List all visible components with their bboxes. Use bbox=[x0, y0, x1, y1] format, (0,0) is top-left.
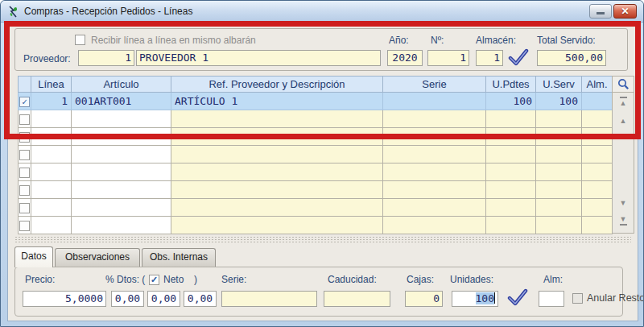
dtos-label: % Dtos: ( bbox=[105, 274, 145, 285]
cajas-label: Cajas: bbox=[407, 274, 434, 285]
tab-datos[interactable]: Datos bbox=[14, 246, 53, 267]
table-body: 1 001ART001 ARTÍCULO 1 100 100 bbox=[19, 93, 613, 234]
col-header-updtes: U.Pdtes bbox=[486, 77, 536, 93]
receive-line-label: Recibir línea a línea en mismo albarán bbox=[91, 35, 256, 46]
dtos-field-1[interactable]: 0,00 bbox=[111, 291, 144, 307]
window: Compras - Recepción Pedidos - Líneas ✕ R… bbox=[0, 0, 644, 327]
close-button[interactable]: ✕ bbox=[613, 4, 637, 19]
table-header-row: Línea Artículo Ref. Proveedor y Descripc… bbox=[19, 77, 613, 93]
col-header-check bbox=[19, 77, 31, 93]
unidades-label: Unidades: bbox=[450, 274, 493, 285]
unidades-field[interactable]: 100 bbox=[452, 291, 498, 307]
receive-line-checkbox[interactable] bbox=[75, 35, 85, 45]
neto-label: Neto bbox=[163, 274, 184, 285]
scroll-bottom-button[interactable]: ▼ bbox=[613, 215, 634, 226]
minimize-icon bbox=[597, 12, 605, 14]
ano-field[interactable]: 2020 bbox=[387, 50, 423, 66]
dtos-label-close: ) bbox=[194, 274, 197, 285]
precio-label: Precio: bbox=[25, 274, 55, 285]
minimize-button[interactable] bbox=[589, 4, 612, 19]
details-panel: Precio: % Dtos: ( Neto ) Serie: Caducida… bbox=[14, 267, 623, 317]
table-row-empty[interactable] bbox=[19, 164, 613, 181]
table-row-empty[interactable] bbox=[19, 199, 613, 217]
almacen-field[interactable]: 1 bbox=[476, 50, 503, 66]
search-button[interactable] bbox=[613, 77, 634, 93]
confirm-check-icon[interactable] bbox=[507, 48, 529, 67]
cell-descripcion[interactable]: ARTÍCULO 1 bbox=[171, 93, 383, 110]
table-row-empty[interactable] bbox=[19, 181, 613, 199]
ano-label: Año: bbox=[389, 35, 409, 46]
scroll-top-icon bbox=[620, 97, 627, 98]
anular-resto-checkbox[interactable] bbox=[572, 293, 583, 304]
table-row-selected[interactable]: 1 001ART001 ARTÍCULO 1 100 100 bbox=[19, 93, 613, 110]
table-row-empty[interactable] bbox=[19, 110, 613, 128]
scroll-bottom-icon: ▼ bbox=[613, 215, 634, 223]
window-title: Compras - Recepción Pedidos - Líneas bbox=[24, 6, 192, 17]
search-icon bbox=[617, 78, 630, 90]
col-header-articulo: Artículo bbox=[72, 77, 171, 93]
col-header-alm: Alm. bbox=[582, 77, 613, 93]
text-cursor bbox=[494, 292, 495, 304]
dtos-field-3[interactable]: 0,00 bbox=[184, 291, 217, 307]
scroll-down-button[interactable]: ▼ bbox=[613, 199, 634, 207]
app-icon bbox=[6, 5, 20, 19]
cell-updtes[interactable]: 100 bbox=[486, 93, 536, 110]
proveedor-code-field[interactable]: 1 bbox=[78, 50, 134, 66]
row-checkbox[interactable] bbox=[19, 132, 30, 143]
lines-table: Línea Artículo Ref. Proveedor y Descripc… bbox=[18, 76, 613, 234]
numero-field[interactable]: 1 bbox=[427, 50, 469, 66]
scroll-up-icon: ▲ bbox=[613, 117, 634, 125]
numero-label: Nº: bbox=[431, 35, 444, 46]
alm-label: Alm: bbox=[543, 274, 563, 285]
tab-obs-internas[interactable]: Obs. Internas bbox=[142, 248, 216, 267]
dtos-field-2[interactable]: 0,00 bbox=[147, 291, 180, 307]
caducidad-label: Caducidad: bbox=[328, 274, 377, 285]
serie-field[interactable] bbox=[221, 291, 317, 307]
col-header-linea: Línea bbox=[31, 77, 72, 93]
row-checkbox[interactable] bbox=[19, 168, 30, 178]
scroll-down-icon: ▼ bbox=[613, 199, 634, 207]
proveedor-name-field[interactable]: PROVEEDOR 1 bbox=[136, 50, 381, 66]
neto-checkbox[interactable] bbox=[149, 275, 159, 285]
col-header-serie: Serie bbox=[383, 77, 486, 93]
col-header-descripcion: Ref. Proveedor y Descripción bbox=[171, 77, 383, 93]
cell-linea[interactable]: 1 bbox=[31, 93, 72, 110]
row-checkbox[interactable] bbox=[19, 221, 30, 231]
serie-label: Serie: bbox=[221, 274, 246, 285]
table-row-empty[interactable] bbox=[19, 128, 613, 146]
total-servido-field[interactable]: 500,00 bbox=[537, 50, 606, 66]
title-bar: Compras - Recepción Pedidos - Líneas ✕ bbox=[1, 1, 643, 23]
precio-field[interactable]: 5,0000 bbox=[23, 291, 106, 307]
cell-serie[interactable] bbox=[383, 93, 486, 110]
row-checkbox[interactable] bbox=[19, 150, 30, 160]
row-checkbox[interactable] bbox=[19, 114, 30, 125]
anular-resto-label: Anular Resto bbox=[587, 292, 644, 304]
col-header-userv: U.Serv bbox=[536, 77, 582, 93]
cell-alm[interactable] bbox=[582, 93, 613, 110]
grid-scroll-column: ▲ ▲ ▼ ▼ bbox=[612, 76, 634, 234]
proveedor-label: Proveedor: bbox=[23, 53, 71, 64]
row-checkbox[interactable] bbox=[19, 185, 30, 196]
caducidad-field[interactable] bbox=[324, 291, 390, 307]
almacen-label: Almacén: bbox=[476, 35, 516, 46]
scroll-up-button[interactable]: ▲ bbox=[613, 117, 634, 125]
dialog-content: Recibir línea a línea en mismo albarán P… bbox=[7, 23, 638, 321]
separator-stipple bbox=[14, 236, 631, 244]
confirm-check-icon[interactable] bbox=[506, 288, 528, 307]
cell-articulo[interactable]: 001ART001 bbox=[72, 93, 171, 110]
scroll-top-button[interactable]: ▲ bbox=[613, 96, 634, 107]
tab-observaciones[interactable]: Observaciones bbox=[55, 248, 140, 267]
header-panel: Recibir línea a línea en mismo albarán P… bbox=[14, 28, 628, 71]
cell-userv[interactable]: 100 bbox=[536, 93, 582, 110]
alm-field[interactable] bbox=[539, 291, 564, 307]
table-row-empty[interactable] bbox=[19, 217, 613, 234]
row-checkbox-cell[interactable] bbox=[19, 93, 31, 110]
row-checkbox[interactable] bbox=[19, 97, 30, 107]
row-checkbox[interactable] bbox=[19, 203, 30, 213]
table-row-empty[interactable] bbox=[19, 146, 613, 164]
cajas-field[interactable]: 0 bbox=[405, 291, 443, 307]
total-servido-label: Total Servido: bbox=[537, 35, 596, 46]
